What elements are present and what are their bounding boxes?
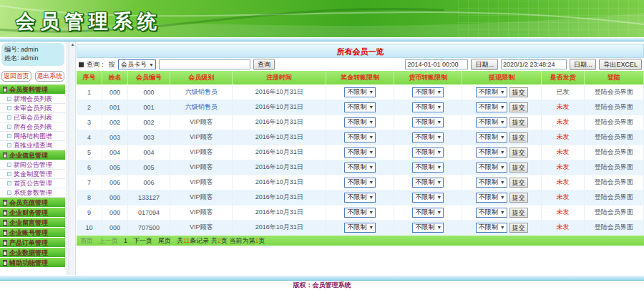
login-member-link[interactable]: 登陆会员界面	[595, 103, 633, 110]
withdraw-limit-select[interactable]: 不限制▼	[476, 193, 507, 203]
bonus-transfer-select[interactable]: 不限制▼	[344, 163, 376, 173]
date-from-button[interactable]: 日期...	[471, 59, 498, 70]
bonus-transfer-select[interactable]: 不限制▼	[344, 178, 376, 188]
date-to-button[interactable]: 日期...	[570, 59, 597, 70]
submit-button[interactable]: 提交	[509, 132, 528, 142]
submit-button[interactable]: 提交	[509, 102, 528, 112]
withdraw-limit-select[interactable]: 不限制▼	[476, 223, 507, 233]
login-member-link[interactable]: 登陆会员界面	[595, 148, 633, 155]
sidebar-section[interactable]: 企业财务管理	[0, 208, 65, 218]
menu-label: 奖金制度管理	[14, 170, 52, 179]
sidebar-item[interactable]: 首页公告管理	[0, 179, 65, 188]
bonus-transfer-select[interactable]: 不限制▼	[344, 102, 376, 112]
sidebar-section[interactable]: 辅助功能管理	[0, 258, 65, 268]
currency-transfer-select[interactable]: 不限制▼	[412, 208, 444, 218]
date-to-input[interactable]	[501, 59, 567, 69]
login-member-link[interactable]: 登陆会员界面	[595, 193, 633, 200]
currency-transfer-select[interactable]: 不限制▼	[412, 117, 444, 127]
sidebar-item[interactable]: 系统参数管理	[0, 188, 65, 198]
submit-button[interactable]: 提交	[509, 178, 528, 188]
currency-transfer-select[interactable]: 不限制▼	[412, 193, 444, 203]
login-member-link[interactable]: 登陆会员界面	[595, 178, 633, 185]
sidebar-item[interactable]: 新闻公告管理	[0, 160, 65, 170]
withdraw-limit-select[interactable]: 不限制▼	[476, 178, 507, 188]
submit-button[interactable]: 提交	[509, 223, 528, 233]
pagination-link[interactable]: 尾页	[158, 236, 171, 246]
submit-button[interactable]: 提交	[509, 208, 528, 218]
home-button[interactable]: 返回首页	[1, 71, 31, 82]
submit-button[interactable]: 提交	[509, 163, 528, 173]
pagination-link[interactable]: 1	[124, 236, 127, 246]
sidebar-section[interactable]: 企业留言管理	[0, 218, 65, 228]
login-member-link[interactable]: 登陆会员界面	[595, 133, 633, 140]
pagination-link[interactable]: 首页	[80, 236, 93, 246]
name-cell: 000	[102, 205, 128, 220]
login-member-link[interactable]: 登陆会员界面	[595, 208, 633, 216]
member-no-cell: 017094	[127, 205, 170, 220]
sidebar-item[interactable]: 直推业绩查询	[0, 141, 65, 150]
currency-transfer-select[interactable]: 不限制▼	[412, 178, 444, 188]
query-field-select[interactable]: 会员卡号 ▼	[118, 59, 156, 69]
search-button[interactable]: 查询	[253, 59, 275, 70]
bonus-transfer-select[interactable]: 不限制▼	[344, 148, 376, 158]
bonus-transfer-select[interactable]: 不限制▼	[344, 87, 376, 97]
withdraw-limit-select[interactable]: 不限制▼	[476, 87, 507, 97]
sidebar-item[interactable]: 未审会员列表	[0, 104, 65, 113]
currency-transfer-select[interactable]: 不限制▼	[412, 87, 444, 97]
logout-button[interactable]: 退出系统	[35, 71, 65, 82]
search-input[interactable]	[159, 59, 250, 69]
seq-cell: 2	[77, 100, 102, 115]
column-header: 提现限制	[462, 71, 542, 84]
bonus-transfer-select[interactable]: 不限制▼	[344, 223, 376, 233]
withdraw-limit-select[interactable]: 不限制▼	[476, 132, 507, 142]
sidebar-item[interactable]: 奖金制度管理	[0, 170, 65, 179]
login-member-link[interactable]: 登陆会员界面	[595, 223, 633, 231]
withdraw-controls: 不限制▼提交	[476, 87, 528, 97]
login-member-link[interactable]: 登陆会员界面	[595, 88, 633, 95]
sidebar-section[interactable]: 企业账号管理	[0, 228, 65, 238]
login-member-link[interactable]: 登陆会员界面	[595, 163, 633, 170]
sidebar-section[interactable]: 会员充值管理	[0, 198, 65, 208]
withdraw-limit-select[interactable]: 不限制▼	[476, 208, 507, 218]
table-row: 3002002VIP顾客2016年10月31日不限制▼不限制▼不限制▼提交未发登…	[77, 115, 644, 130]
pagination-link[interactable]: 下一页	[133, 236, 152, 246]
bonus-transfer-select[interactable]: 不限制▼	[344, 132, 376, 142]
sidebar-section[interactable]: 会员资料管理	[0, 84, 65, 95]
chevron-down-icon: ▼	[436, 180, 441, 185]
bonus-transfer-select[interactable]: 不限制▼	[344, 193, 376, 203]
withdraw-limit-select[interactable]: 不限制▼	[476, 102, 507, 112]
withdraw-limit-select[interactable]: 不限制▼	[476, 117, 507, 127]
sidebar-section[interactable]: 产品订单管理	[0, 238, 65, 248]
submit-button[interactable]: 提交	[509, 148, 528, 158]
member-level-link[interactable]: 六级销售员	[185, 88, 218, 95]
member-level-link[interactable]: 六级销售员	[185, 103, 218, 110]
scroll-up-icon[interactable]: ▲	[71, 42, 75, 47]
sidebar-section[interactable]: 企业数据管理	[0, 248, 65, 258]
submit-button[interactable]: 提交	[509, 193, 528, 203]
withdraw-limit-select[interactable]: 不限制▼	[476, 148, 507, 158]
sidebar-item[interactable]: 所有会员列表	[0, 122, 65, 132]
currency-transfer-select[interactable]: 不限制▼	[412, 163, 444, 173]
bonus-transfer-select[interactable]: 不限制▼	[344, 117, 376, 127]
sidebar-item[interactable]: 新增会员列表	[0, 95, 65, 104]
menu-label: 会员充值管理	[9, 198, 48, 208]
withdraw-limit-select[interactable]: 不限制▼	[476, 163, 507, 173]
date-from-input[interactable]	[405, 59, 468, 69]
chevron-down-icon: ▼	[369, 210, 374, 215]
sidebar-item[interactable]: 已审会员列表	[0, 113, 65, 122]
bonus-transfer-select[interactable]: 不限制▼	[344, 208, 376, 218]
login-member-link[interactable]: 登陆会员界面	[595, 118, 633, 125]
export-excel-button[interactable]: 导出EXCEL	[599, 59, 642, 70]
main-scrollbar[interactable]: ▲	[70, 42, 76, 275]
sidebar-scrollbar[interactable]	[66, 42, 69, 275]
sidebar-section[interactable]: 企业信息管理	[0, 150, 65, 160]
currency-transfer-select[interactable]: 不限制▼	[412, 223, 444, 233]
sidebar-item[interactable]: 网络结构图谱	[0, 132, 65, 141]
login-cell: 登陆会员界面	[584, 84, 643, 100]
pagination-link[interactable]: 上一页	[99, 236, 118, 246]
currency-transfer-select[interactable]: 不限制▼	[412, 102, 444, 112]
currency-transfer-select[interactable]: 不限制▼	[412, 148, 444, 158]
submit-button[interactable]: 提交	[509, 87, 528, 97]
currency-transfer-select[interactable]: 不限制▼	[412, 132, 444, 142]
submit-button[interactable]: 提交	[509, 117, 528, 127]
